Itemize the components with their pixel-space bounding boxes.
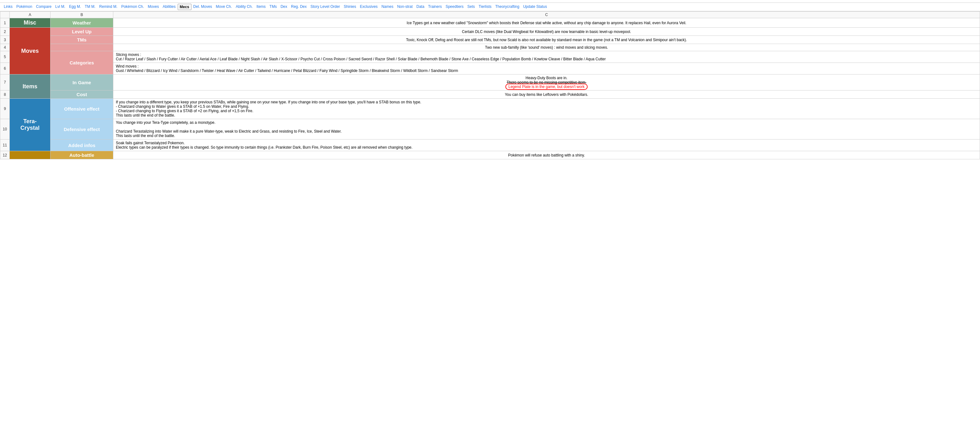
nav-item-pok-mon-ch-[interactable]: Pokémon Ch. xyxy=(119,4,146,10)
table-row: 4Two new sub-familly (like 'sound' moves… xyxy=(0,44,980,51)
nav-item-egg-m-[interactable]: Egg M. xyxy=(67,4,83,10)
table-body: 1MiscWeatherIce Types get a new weather … xyxy=(0,18,980,159)
content-cell: If you change into a different type, you… xyxy=(113,99,980,119)
nav-item-mecs[interactable]: Mecs xyxy=(178,4,191,10)
subcategory-cell: Categories xyxy=(51,51,113,75)
table-row: 6Wind moves :Gust / Whirlwind / Blizzard… xyxy=(0,63,980,75)
content-cell: Two new sub-familly (like 'sound' moves)… xyxy=(113,44,980,51)
col-a-header: A xyxy=(10,12,51,18)
content-cell: You change into your Tera-Type completel… xyxy=(113,119,980,139)
table-row: 8CostYou can buy items like Leftovers wi… xyxy=(0,91,980,99)
nav-item-ability-ch-[interactable]: Ability Ch. xyxy=(234,4,255,10)
table-row: 3TMsToxic, Knock Off, Defog and Roost ar… xyxy=(0,36,980,44)
row-number: 8 xyxy=(0,91,10,99)
corner-header xyxy=(0,12,10,18)
nav-item-tms[interactable]: TMs xyxy=(267,4,278,10)
nav-item-trainers[interactable]: Trainers xyxy=(426,4,444,10)
table-row: 11Added infosSoak fails gainst Terrastal… xyxy=(0,139,980,151)
col-c-header: C xyxy=(113,12,980,18)
nav-item-exclusives[interactable]: Exclusives xyxy=(358,4,380,10)
nav-item-tm-m-[interactable]: TM M. xyxy=(83,4,97,10)
nav-item-remind-m-[interactable]: Remind M. xyxy=(97,4,119,10)
subcategory-cell: Offensive effect xyxy=(51,99,113,119)
nav-item-compare[interactable]: Compare xyxy=(34,4,53,10)
category-cell: Tera-Crystal xyxy=(10,99,51,151)
category-cell: Items xyxy=(10,75,51,99)
nav-item-moves[interactable]: Moves xyxy=(146,4,161,10)
nav-item-update-status[interactable]: Update Status xyxy=(521,4,549,10)
row-number: 1 xyxy=(0,18,10,28)
subcategory-cell: Added infos xyxy=(51,139,113,151)
nav-item-story-level-order[interactable]: Story Level Order xyxy=(309,4,342,10)
nav-bar: LinksPokémonCompareLvl M.Egg M.TM M.Remi… xyxy=(0,3,980,11)
row-number: 6 xyxy=(0,63,10,75)
nav-item-abilities[interactable]: Abilities xyxy=(161,4,177,10)
nav-item-del--moves[interactable]: Del. Moves xyxy=(191,4,214,10)
table-row: 12Auto-battlePokémon will refuse auto ba… xyxy=(0,151,980,159)
subcategory-cell: Weather xyxy=(51,18,113,28)
row-number: 9 xyxy=(0,99,10,119)
subcategory-cell xyxy=(51,44,113,51)
table-row: 10Defensive effectYou change into your T… xyxy=(0,119,980,139)
nav-item-move-ch-[interactable]: Move Ch. xyxy=(214,4,234,10)
category-cell xyxy=(10,151,51,159)
table-row: 7ItemsIn GameHeavy-Duty Boots are in.The… xyxy=(0,75,980,91)
subcategory-cell: Level Up xyxy=(51,28,113,36)
subcategory-cell: TMs xyxy=(51,36,113,44)
nav-item-speedtiers[interactable]: Speedtiers xyxy=(444,4,465,10)
content-cell: Slicing moves :Cut / Razor Leaf / Slash … xyxy=(113,51,980,63)
nav-item-links[interactable]: Links xyxy=(2,4,14,10)
nav-item-reg--dex[interactable]: Reg. Dex xyxy=(289,4,309,10)
row-number: 10 xyxy=(0,119,10,139)
row-number: 3 xyxy=(0,36,10,44)
col-b-header: B xyxy=(51,12,113,18)
table-row: 9Tera-CrystalOffensive effectIf you chan… xyxy=(0,99,980,119)
nav-item-dex[interactable]: Dex xyxy=(279,4,289,10)
nav-item-shinies[interactable]: Shinies xyxy=(342,4,358,10)
content-cell: You can buy items like Leftovers with Po… xyxy=(113,91,980,99)
content-cell: Certain DLC moves (like Dual Wingbeat fo… xyxy=(113,28,980,36)
row-number: 4 xyxy=(0,44,10,51)
subcategory-cell: Auto-battle xyxy=(51,151,113,159)
nav-item-items[interactable]: Items xyxy=(255,4,267,10)
nav-item-pok-mon[interactable]: Pokémon xyxy=(14,4,34,10)
nav-item-data[interactable]: Data xyxy=(415,4,426,10)
row-number: 12 xyxy=(0,151,10,159)
content-cell: Ice Types get a new weather called "Snow… xyxy=(113,18,980,28)
content-cell: Soak fails gainst Terrastalyzed Pokemon.… xyxy=(113,139,980,151)
subcategory-cell: In Game xyxy=(51,75,113,91)
table-row: 5CategoriesSlicing moves :Cut / Razor Le… xyxy=(0,51,980,63)
title-bar xyxy=(0,0,980,3)
circle-text: Legend Plate is in the game, but doesn't… xyxy=(505,84,588,90)
row-number: 2 xyxy=(0,28,10,36)
content-cell: Toxic, Knock Off, Defog and Roost are st… xyxy=(113,36,980,44)
row-number: 11 xyxy=(0,139,10,151)
subcategory-cell: Cost xyxy=(51,91,113,99)
content-cell: Heavy-Duty Boots are in.There seems to b… xyxy=(113,75,980,91)
nav-item-tierlists[interactable]: Tierlists xyxy=(477,4,493,10)
category-cell: Misc xyxy=(10,18,51,28)
category-cell: Moves xyxy=(10,28,51,75)
nav-item-names[interactable]: Names xyxy=(380,4,395,10)
nav-item-sets[interactable]: Sets xyxy=(466,4,477,10)
nav-item-theorycrafting[interactable]: Theorycrafting xyxy=(493,4,522,10)
spreadsheet: A B C 1MiscWeatherIce Types get a new we… xyxy=(0,11,980,159)
table-row: 2MovesLevel UpCertain DLC moves (like Du… xyxy=(0,28,980,36)
content-cell: Wind moves :Gust / Whirlwind / Blizzard … xyxy=(113,63,980,75)
row-number: 7 xyxy=(0,75,10,91)
content-cell: Pokémon will refuse auto battling with a… xyxy=(113,151,980,159)
nav-item-non-strat[interactable]: Non-strat xyxy=(395,4,414,10)
nav-item-lvl-m-[interactable]: Lvl M. xyxy=(53,4,67,10)
row-number: 5 xyxy=(0,51,10,63)
table-row: 1MiscWeatherIce Types get a new weather … xyxy=(0,18,980,28)
subcategory-cell: Defensive effect xyxy=(51,119,113,139)
